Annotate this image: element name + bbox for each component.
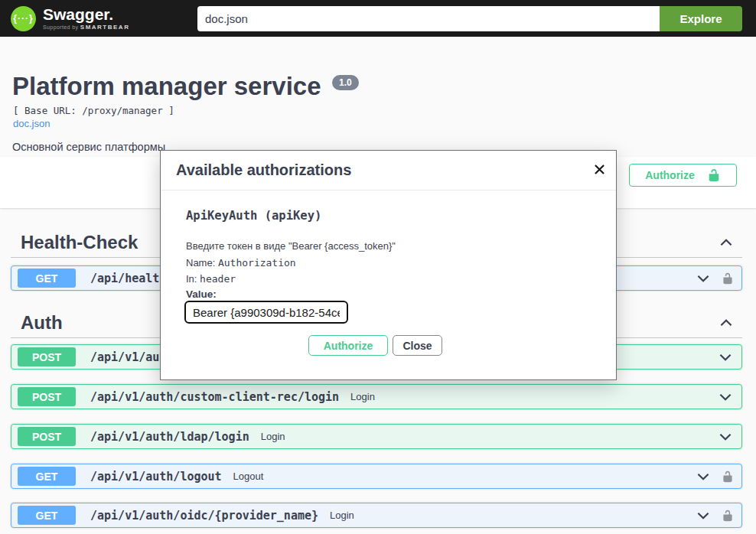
- operation-summary: Login: [330, 510, 354, 521]
- brand-text: Swagger. Supported by SMARTBEAR: [43, 6, 129, 31]
- operation-path: /api/v1/auth/logout: [90, 470, 222, 484]
- modal-close-button[interactable]: Close: [393, 335, 442, 356]
- section-title: Auth: [21, 312, 63, 334]
- auth-modal-title: Available authorizations: [176, 161, 351, 179]
- unlock-icon[interactable]: [722, 272, 734, 285]
- auth-hint: Введите токен в виде "Bearer {access_tok…: [186, 240, 396, 252]
- spec-url-form: Explore: [197, 6, 742, 31]
- supported-by-label: Supported by SMARTBEAR: [43, 24, 129, 31]
- operation-row[interactable]: POST /api/v1/auth/custom-client-rec/logi…: [11, 384, 742, 409]
- auth-modal-header: Available authorizations: [161, 151, 616, 190]
- auth-modal: Available authorizations ApiKeyAuth (api…: [160, 150, 617, 380]
- chevron-down-icon[interactable]: [695, 270, 712, 287]
- authorize-button-label: Authorize: [645, 169, 695, 181]
- spec-url-input[interactable]: [197, 6, 660, 31]
- smartbear-label: SMARTBEAR: [80, 24, 130, 31]
- name-value: Authorization: [218, 257, 296, 269]
- chevron-down-icon[interactable]: [717, 428, 734, 445]
- operation-path: /api/v1/auth/custom-client-rec/login: [90, 390, 339, 404]
- operation-summary: Logout: [233, 471, 264, 482]
- value-label: Value:: [186, 288, 217, 300]
- unlock-icon: [707, 168, 721, 182]
- operation-summary: Login: [350, 391, 375, 402]
- auth-name-row: Name: Authorization: [186, 257, 296, 269]
- name-label: Name:: [186, 257, 215, 269]
- chevron-up-icon[interactable]: [718, 314, 735, 331]
- in-value: header: [200, 273, 236, 285]
- token-input[interactable]: [184, 301, 348, 324]
- modal-authorize-button[interactable]: Authorize: [308, 335, 388, 356]
- supported-by-text: Supported by: [43, 24, 78, 30]
- auth-in-row: In: header: [186, 273, 236, 285]
- chevron-down-icon[interactable]: [717, 349, 734, 366]
- method-badge: GET: [18, 506, 76, 525]
- method-badge: POST: [18, 387, 76, 406]
- in-label: In:: [186, 273, 197, 285]
- chevron-up-icon[interactable]: [718, 234, 735, 251]
- page-title: Platform manager service: [12, 72, 321, 101]
- operation-path: /api/v1/auth/oidc/{provider_name}: [90, 509, 318, 523]
- auth-scheme-name: ApiKeyAuth: [186, 209, 257, 223]
- unlock-icon[interactable]: [722, 510, 734, 522]
- version-badge: 1.0: [332, 75, 359, 90]
- operation-row[interactable]: GET /api/v1/auth/logout Logout: [11, 464, 742, 489]
- swagger-logo: {···} Swagger. Supported by SMARTBEAR: [11, 6, 129, 31]
- operation-summary: Login: [261, 431, 285, 442]
- api-description: Основной сервис платформы: [12, 141, 165, 153]
- spec-link[interactable]: doc.json: [13, 118, 50, 129]
- authorize-button[interactable]: Authorize: [629, 164, 737, 187]
- topbar: {···} Swagger. Supported by SMARTBEAR Ex…: [0, 0, 756, 37]
- swagger-logo-icon: {···}: [11, 6, 36, 31]
- operation-row[interactable]: POST /api/v1/auth/ldap/login Login: [11, 424, 742, 449]
- chevron-down-icon[interactable]: [717, 389, 734, 405]
- method-badge: POST: [18, 347, 76, 366]
- method-badge: GET: [18, 269, 76, 288]
- unlock-icon[interactable]: [722, 471, 734, 483]
- chevron-down-icon[interactable]: [695, 468, 712, 485]
- operation-row[interactable]: GET /api/v1/auth/oidc/{provider_name} Lo…: [11, 503, 742, 528]
- explore-button[interactable]: Explore: [660, 6, 742, 31]
- brand-name: Swagger.: [43, 6, 129, 23]
- auth-scheme-type: (apiKey): [257, 209, 321, 223]
- operation-path: /api/v1/auth/ldap/login: [90, 430, 249, 444]
- method-badge: POST: [18, 427, 76, 446]
- method-badge: GET: [18, 467, 76, 486]
- close-icon[interactable]: [595, 164, 604, 174]
- swagger-ui-page: {···} Swagger. Supported by SMARTBEAR Ex…: [0, 0, 756, 534]
- section-title: Health-Check: [21, 232, 138, 253]
- chevron-down-icon[interactable]: [695, 507, 712, 524]
- auth-scheme-heading: ApiKeyAuth (apiKey): [186, 209, 321, 223]
- base-url: [ Base URL: /proxy/manager ]: [13, 105, 174, 116]
